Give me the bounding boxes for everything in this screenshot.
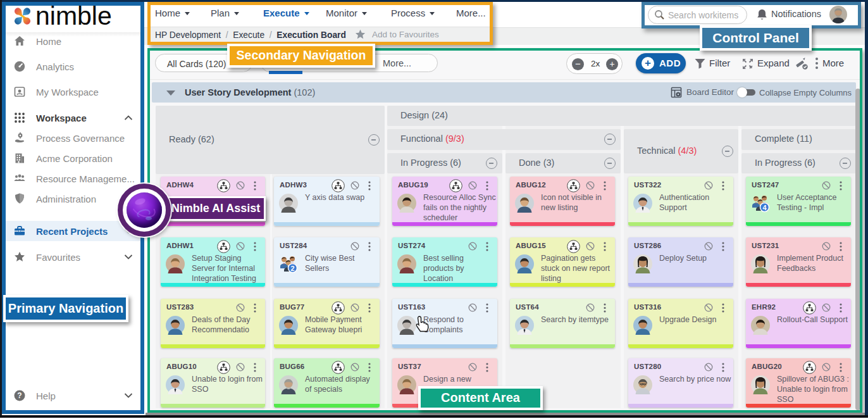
svg-text:4: 4 bbox=[762, 204, 767, 211]
svg-text:?: ? bbox=[17, 391, 22, 400]
svg-text:2: 2 bbox=[290, 265, 294, 272]
